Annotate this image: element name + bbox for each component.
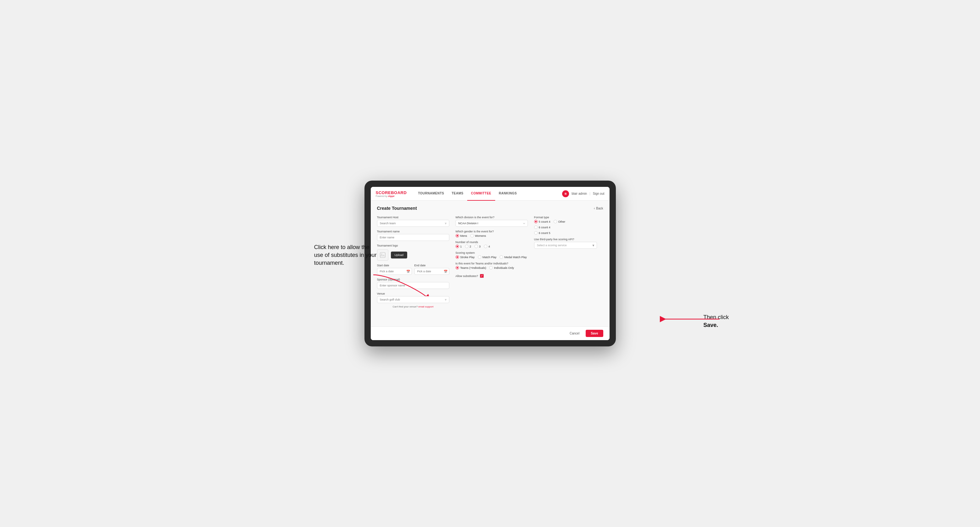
format-6count4-label: 6 count 4 (539, 226, 550, 229)
format-5count4[interactable]: 5 count 4 (534, 220, 550, 223)
allow-substitutes-label: Allow substitutes? (456, 275, 478, 278)
teams-individuals-radio[interactable] (456, 266, 459, 270)
match-play[interactable]: Match Play (478, 256, 497, 259)
round-1-label: 1 (460, 245, 462, 248)
tablet-screen: SCOREBOARD Powered by clippd TOURNAMENTS… (371, 187, 609, 340)
gender-group: Which gender is the event for? Mens Wome… (456, 230, 528, 237)
scoring-api-group: Use third-party live scoring API? Select… (534, 238, 597, 249)
nav-tournaments[interactable]: TOURNAMENTS (414, 187, 448, 201)
logo-subtitle: Powered by clippd (376, 195, 407, 197)
tournament-host-group: Tournament Host ▼ (377, 216, 449, 227)
annotation-right: Then click Save. (703, 313, 729, 329)
calendar-icon-end: 📅 (444, 270, 447, 273)
round-2[interactable]: 2 (465, 244, 471, 248)
signout-link[interactable]: Sign out (593, 192, 605, 195)
medal-match-play[interactable]: Medal Match Play (500, 256, 527, 259)
tournament-logo-label: Tournament logo (377, 244, 449, 247)
svg-point-2 (381, 254, 382, 255)
gender-mens-radio[interactable] (456, 234, 459, 237)
form-col-3: Format type 5 count 4 Other (534, 216, 597, 308)
venue-dropdown-icon: ▼ (444, 298, 447, 302)
allow-substitutes-checkbox[interactable] (480, 274, 484, 278)
nav-rankings[interactable]: RANKINGS (495, 187, 521, 201)
navigation: SCOREBOARD Powered by clippd TOURNAMENTS… (371, 187, 609, 201)
teams-individuals[interactable]: Teams (+Individuals) (456, 266, 487, 270)
round-1-radio[interactable] (456, 244, 459, 248)
event-for-group: Is this event for Teams and/or Individua… (456, 262, 528, 270)
start-date-label: Start date (377, 264, 412, 267)
division-group: Which division is the event for? NCAA Di… (456, 216, 528, 227)
format-6count4-radio[interactable] (534, 225, 538, 229)
avatar: B (562, 190, 569, 197)
tournament-name-label: Tournament name (377, 230, 449, 233)
form-grid: Tournament Host ▼ Tournament name Tourna (377, 216, 603, 308)
start-date-wrap: 📅 (377, 268, 412, 275)
format-type-group: Format type 5 count 4 Other (534, 216, 597, 235)
round-2-radio[interactable] (465, 244, 468, 248)
medal-match-play-label: Medal Match Play (504, 256, 527, 259)
nav-committee[interactable]: COMMITTEE (467, 187, 495, 201)
scoring-service-wrap: Select a scoring service ▼ (534, 242, 597, 249)
save-button[interactable]: Save (585, 330, 603, 337)
division-select[interactable]: NCAA Division I NCAA Division II NCAA Di… (456, 220, 528, 227)
sponsor-group: Sponsor (optional) (377, 278, 449, 289)
scoring-system-group: Scoring system Stroke Play Match Play (456, 251, 528, 259)
venue-group: Venue ▼ Can't find your venue? email sup… (377, 292, 449, 308)
format-5count4-radio[interactable] (534, 220, 538, 223)
tournament-name-input[interactable] (377, 234, 449, 241)
format-other[interactable]: Other (554, 220, 566, 223)
format-6count5[interactable]: 6 count 5 (534, 231, 597, 235)
scoring-system-label: Scoring system (456, 251, 528, 254)
round-3[interactable]: 3 (474, 244, 481, 248)
calendar-icon-start: 📅 (406, 270, 410, 273)
nav-links: TOURNAMENTS TEAMS COMMITTEE RANKINGS (414, 187, 520, 201)
logo-placeholder (377, 249, 388, 261)
stroke-play-radio[interactable] (456, 256, 459, 259)
venue-input[interactable] (377, 296, 449, 303)
individuals-only[interactable]: Individuals Only (489, 266, 514, 270)
individuals-only-radio[interactable] (489, 266, 493, 270)
cancel-button[interactable]: Cancel (566, 330, 583, 337)
format-6count4[interactable]: 6 count 4 (534, 225, 597, 229)
email-support-link[interactable]: email support (418, 305, 434, 308)
page-title: Create Tournament (377, 206, 417, 211)
form-col-2: Which division is the event for? NCAA Di… (456, 216, 528, 308)
gender-womens-label: Womens (475, 234, 486, 237)
format-type-label: Format type (534, 216, 597, 219)
gender-womens-radio[interactable] (470, 234, 474, 237)
back-button[interactable]: ‹ Back (594, 206, 603, 210)
nav-divider: | (589, 192, 590, 195)
round-1[interactable]: 1 (456, 244, 462, 248)
tournament-logo-group: Tournament logo Upload (377, 244, 449, 261)
format-6count5-label: 6 count 5 (539, 232, 550, 235)
gender-womens[interactable]: Womens (470, 234, 486, 237)
nav-teams[interactable]: TEAMS (448, 187, 468, 201)
tournament-host-input[interactable] (377, 220, 449, 227)
round-4-radio[interactable] (484, 244, 487, 248)
logo-upload-area: Upload (377, 249, 449, 261)
stroke-play[interactable]: Stroke Play (456, 256, 475, 259)
match-play-label: Match Play (483, 256, 497, 259)
round-3-radio[interactable] (474, 244, 478, 248)
round-3-label: 3 (479, 245, 481, 248)
format-6count5-radio[interactable] (534, 231, 538, 235)
venue-label: Venue (377, 292, 449, 295)
teams-individuals-label: Teams (+Individuals) (460, 266, 487, 270)
format-other-radio[interactable] (554, 220, 557, 223)
round-4-label: 4 (488, 245, 490, 248)
scoring-service-select[interactable]: Select a scoring service (534, 242, 597, 249)
round-4[interactable]: 4 (484, 244, 490, 248)
sponsor-input[interactable] (377, 282, 449, 289)
page-footer: Cancel Save (371, 326, 609, 340)
gender-mens[interactable]: Mens (456, 234, 467, 237)
tablet-device: SCOREBOARD Powered by clippd TOURNAMENTS… (364, 181, 616, 346)
medal-match-play-radio[interactable] (500, 256, 503, 259)
end-date-group: End date 📅 (414, 264, 449, 275)
gender-mens-label: Mens (460, 234, 467, 237)
format-other-label: Other (558, 220, 566, 223)
host-dropdown-icon: ▼ (444, 222, 447, 225)
match-play-radio[interactable] (478, 256, 481, 259)
upload-button[interactable]: Upload (391, 252, 407, 259)
user-name: blair admin (571, 192, 587, 195)
dates-group: Start date 📅 End date (377, 264, 449, 275)
